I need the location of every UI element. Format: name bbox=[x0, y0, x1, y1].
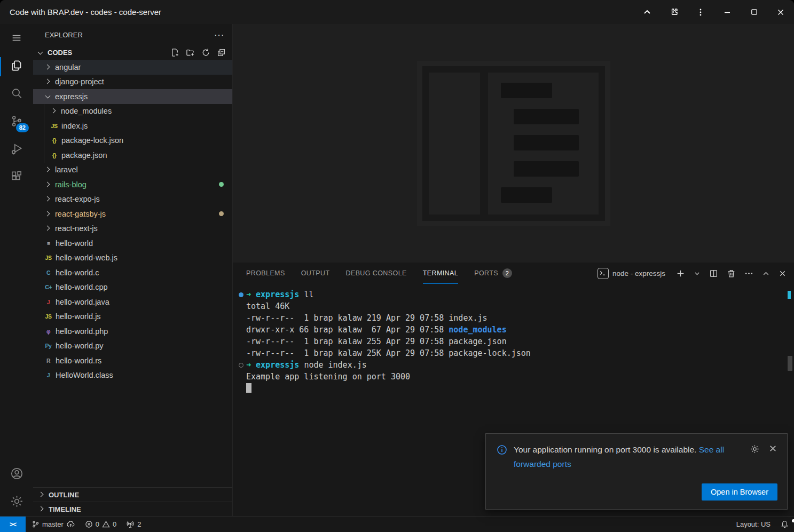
command-decoration-hollow[interactable] bbox=[239, 363, 243, 368]
close-panel-button[interactable] bbox=[779, 269, 787, 277]
kill-terminal-button[interactable] bbox=[727, 269, 736, 278]
remote-indicator[interactable]: >< bbox=[0, 517, 26, 532]
open-in-browser-button[interactable]: Open in Browser bbox=[702, 483, 777, 501]
maximize-panel-button[interactable] bbox=[762, 269, 770, 277]
notification-settings-button[interactable] bbox=[750, 444, 760, 454]
file-file-icon: ≡ bbox=[44, 240, 53, 247]
notifications-bell-button[interactable] bbox=[775, 517, 794, 532]
close-window-button[interactable] bbox=[767, 0, 794, 24]
tree-item-label: hello-world-web.js bbox=[56, 253, 117, 262]
maximize-button[interactable] bbox=[741, 0, 767, 24]
command-decoration-filled[interactable] bbox=[239, 292, 243, 297]
tab-output[interactable]: OUTPUT bbox=[301, 263, 330, 284]
collapse-folders-button[interactable] bbox=[217, 48, 226, 57]
tab-problems[interactable]: PROBLEMS bbox=[246, 263, 285, 284]
tab-ports[interactable]: PORTS2 bbox=[474, 263, 512, 284]
tree-item-package.json[interactable]: {}package.json bbox=[33, 148, 232, 163]
tree-item-react-gatsby-js[interactable]: react-gatsby-js bbox=[33, 207, 232, 221]
sidebar-item-extensions[interactable] bbox=[0, 164, 33, 192]
tree-item-hello-world.js[interactable]: JShello-world.js bbox=[33, 309, 232, 324]
explorer-sidebar: EXPLORER ··· CODES bbox=[33, 24, 232, 516]
sidebar-item-run-debug[interactable] bbox=[0, 136, 33, 164]
tree-item-hello-world[interactable]: ≡hello-world bbox=[33, 236, 232, 251]
menu-button[interactable] bbox=[0, 25, 33, 53]
tree-item-hello-world.c[interactable]: Chello-world.c bbox=[33, 265, 232, 280]
tree-item-react-next-js[interactable]: react-next-js bbox=[33, 221, 232, 236]
terminal-line: -rw-r--r-- 1 brap kalaw 25K Apr 29 07:58… bbox=[246, 347, 783, 359]
rs-file-icon: R bbox=[44, 358, 53, 364]
panel-actions: node - expressjs bbox=[598, 268, 787, 279]
tree-item-hello-world.cpp[interactable]: C+hello-world.cpp bbox=[33, 280, 232, 295]
json-file-icon: {} bbox=[50, 152, 59, 158]
chevron-right-icon bbox=[44, 180, 52, 189]
chevron-up-icon bbox=[643, 8, 651, 17]
chevron-right-icon bbox=[37, 490, 46, 499]
tree-item-react-expo-js[interactable]: react-expo-js bbox=[33, 192, 232, 207]
terminal-cursor bbox=[246, 383, 251, 393]
hide-toolbar-button[interactable] bbox=[634, 0, 661, 24]
refresh-button[interactable] bbox=[201, 48, 210, 57]
cpp-file-icon: C+ bbox=[44, 284, 53, 290]
tree-item-hello-world.rs[interactable]: Rhello-world.rs bbox=[33, 353, 232, 368]
minimize-button[interactable] bbox=[714, 0, 741, 24]
minimize-icon bbox=[723, 8, 732, 17]
status-bar: >< master 0 bbox=[0, 516, 794, 532]
tree-item-laravel[interactable]: laravel bbox=[33, 163, 232, 178]
git-branch-status[interactable]: master bbox=[27, 517, 80, 532]
tree-item-expressjs[interactable]: expressjs bbox=[33, 89, 232, 104]
tree-item-label: hello-world bbox=[56, 239, 93, 248]
terminal-text: Example app listening on port 3000 bbox=[246, 372, 410, 382]
split-terminal-button[interactable] bbox=[709, 269, 718, 278]
browser-menu-button[interactable] bbox=[687, 0, 714, 24]
watermark-editor-shape bbox=[488, 73, 599, 215]
tree-item-index.js[interactable]: JSindex.js bbox=[33, 118, 232, 133]
new-file-button[interactable] bbox=[170, 48, 179, 57]
tree-item-hello-world.java[interactable]: Jhello-world.java bbox=[33, 295, 232, 309]
tab-terminal[interactable]: TERMINAL bbox=[423, 263, 458, 284]
chevron-right-icon bbox=[37, 505, 46, 513]
terminal-dropdown-button[interactable] bbox=[694, 270, 701, 277]
terminal-line: ➜ expressjs ll bbox=[246, 289, 783, 300]
sidebar-item-explorer[interactable] bbox=[0, 53, 33, 81]
tree-item-label: react-next-js bbox=[55, 224, 98, 233]
tree-item-hello-world-web.js[interactable]: JShello-world-web.js bbox=[33, 251, 232, 266]
tree-item-HelloWorld.class[interactable]: JHelloWorld.class bbox=[33, 368, 232, 383]
tree-item-rails-blog[interactable]: rails-blog bbox=[33, 177, 232, 192]
browser-extensions-button[interactable] bbox=[661, 0, 687, 24]
tree-item-label: package.json bbox=[61, 151, 107, 160]
tree-item-angular[interactable]: angular bbox=[33, 60, 232, 75]
explorer-more-button[interactable]: ··· bbox=[215, 31, 225, 39]
sidebar-bottom-sections: OUTLINE TIMELINE bbox=[33, 487, 232, 516]
account-button[interactable] bbox=[0, 460, 33, 488]
tab-debug-console[interactable]: DEBUG CONSOLE bbox=[345, 263, 406, 284]
terminal-text: ➜ bbox=[246, 290, 256, 299]
tree-item-node_modules[interactable]: node_modules bbox=[33, 104, 232, 119]
terminal-instance-tab[interactable]: node - expressjs bbox=[598, 268, 665, 279]
tab-label: DEBUG CONSOLE bbox=[345, 269, 406, 277]
keyboard-layout-status[interactable]: Layout: US bbox=[732, 517, 775, 532]
terminal-scrollbar-thumb[interactable] bbox=[788, 356, 792, 371]
forwarded-ports-status[interactable]: 2 bbox=[121, 517, 146, 532]
settings-button[interactable] bbox=[0, 488, 33, 516]
forwarded-ports-count: 2 bbox=[137, 520, 141, 528]
sidebar-item-search[interactable] bbox=[0, 81, 33, 108]
new-terminal-button[interactable] bbox=[676, 269, 685, 278]
tree-item-label: hello-world.php bbox=[56, 327, 108, 336]
cloud-upload-icon bbox=[66, 520, 75, 529]
js-file-icon: JS bbox=[44, 313, 53, 320]
sidebar-item-source-control[interactable]: 82 bbox=[0, 108, 33, 136]
tree-item-package-lock.json[interactable]: {}package-lock.json bbox=[33, 133, 232, 148]
tree-item-hello-world.py[interactable]: Pyhello-world.py bbox=[33, 339, 232, 354]
panel-more-actions-button[interactable] bbox=[744, 269, 753, 278]
new-folder-button[interactable] bbox=[186, 48, 195, 57]
notification-close-button[interactable] bbox=[768, 444, 777, 454]
maximize-icon bbox=[750, 8, 758, 16]
tree-item-django-project[interactable]: django-project bbox=[33, 75, 232, 90]
tree-item-hello-world.php[interactable]: φhello-world.php bbox=[33, 324, 232, 339]
watermark-sidebar-shape bbox=[429, 73, 480, 215]
codes-section-header[interactable]: CODES bbox=[33, 45, 232, 60]
timeline-section-header[interactable]: TIMELINE bbox=[33, 502, 232, 516]
outline-section-header[interactable]: OUTLINE bbox=[33, 487, 232, 502]
terminal-line: ➜ expressjs node index.js bbox=[246, 359, 783, 371]
problems-status[interactable]: 0 0 bbox=[80, 517, 121, 532]
